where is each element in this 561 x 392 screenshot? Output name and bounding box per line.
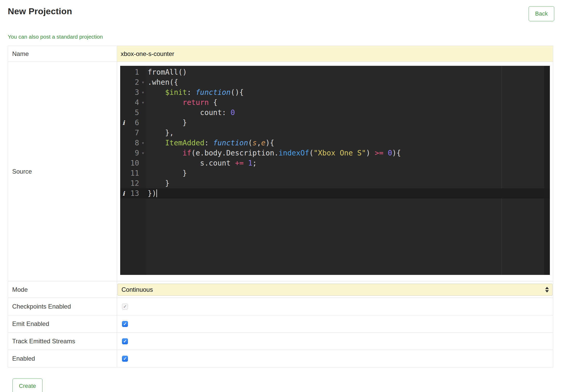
track-emitted-checkbox[interactable]: ✓ [122, 338, 128, 344]
code-line[interactable]: i13}) [120, 188, 550, 198]
line-gutter: 10 [120, 158, 146, 168]
code-text[interactable]: fromAll() [146, 67, 187, 77]
code-line[interactable]: 3▾ $init: function(){ [120, 87, 550, 97]
line-gutter: 9▾ [120, 148, 146, 158]
standard-projection-link[interactable]: You can also post a standard projection [8, 34, 103, 40]
line-number: 10 [127, 158, 140, 168]
line-gutter: i6 [120, 118, 146, 128]
code-line[interactable]: 9▾ if(e.body.Description.indexOf("Xbox O… [120, 148, 550, 158]
code-text[interactable]: } [146, 168, 187, 178]
fold-arrow-icon[interactable]: ▾ [140, 138, 146, 148]
enabled-label: Enabled [8, 350, 117, 367]
track-label: Track Emitted Streams [8, 333, 117, 350]
line-number: 8 [127, 138, 140, 148]
code-text[interactable]: } [146, 178, 169, 188]
line-gutter: 1 [120, 67, 146, 77]
line-number: 6 [127, 118, 140, 128]
name-label: Name [8, 46, 117, 62]
code-line[interactable]: 10 s.count += 1; [120, 158, 550, 168]
emit-label: Emit Enabled [8, 315, 117, 333]
line-gutter: 5 [120, 108, 146, 118]
text-cursor [156, 189, 157, 197]
line-gutter: i13 [120, 188, 146, 198]
back-button[interactable]: Back [529, 6, 554, 21]
code-line[interactable]: 12 } [120, 178, 550, 188]
line-number: 1 [127, 67, 140, 77]
code-text[interactable]: }) [146, 188, 157, 198]
track-row: Track Emitted Streams ✓ [8, 333, 553, 350]
line-number: 13 [127, 188, 140, 198]
source-label: Source [8, 62, 117, 281]
projection-form: Name Source 1fromAll()2▾.when({3▾ $init:… [8, 46, 553, 367]
code-text[interactable]: s.count += 1; [146, 158, 257, 168]
line-number: 9 [127, 148, 140, 158]
code-text[interactable]: $init: function(){ [146, 87, 244, 97]
select-arrows-icon [545, 287, 549, 293]
code-lines[interactable]: 1fromAll()2▾.when({3▾ $init: function(){… [120, 66, 550, 198]
code-text[interactable]: .when({ [146, 77, 178, 87]
line-number: 11 [127, 168, 140, 178]
line-gutter: 8▾ [120, 138, 146, 148]
enabled-row: Enabled ✓ [8, 350, 553, 367]
checkpoints-checkbox: ✓ [122, 304, 128, 310]
code-text[interactable]: } [146, 118, 187, 128]
line-number: 5 [127, 108, 140, 118]
create-button[interactable]: Create [12, 379, 42, 392]
code-line[interactable]: 2▾.when({ [120, 77, 550, 87]
line-number: 7 [127, 128, 140, 138]
code-line[interactable]: 11 } [120, 168, 550, 178]
line-gutter: 12 [120, 178, 146, 188]
checkpoints-row: Checkpoints Enabled ✓ [8, 298, 553, 315]
code-line[interactable]: 1fromAll() [120, 67, 550, 77]
source-row: Source 1fromAll()2▾.when({3▾ $init: func… [8, 62, 553, 281]
fold-arrow-icon[interactable]: ▾ [140, 87, 146, 97]
code-text[interactable]: if(e.body.Description.indexOf("Xbox One … [146, 148, 401, 158]
footer-actions: Create [12, 379, 553, 392]
emit-checkbox[interactable]: ✓ [122, 321, 128, 327]
lint-info-icon[interactable]: i [120, 188, 127, 198]
mode-select-value: Continuous [121, 286, 153, 293]
line-number: 2 [127, 77, 140, 87]
lint-info-icon[interactable]: i [120, 118, 127, 128]
line-gutter: 3▾ [120, 87, 146, 97]
code-editor[interactable]: 1fromAll()2▾.when({3▾ $init: function(){… [120, 66, 550, 275]
enabled-checkbox[interactable]: ✓ [122, 356, 128, 362]
new-projection-page: New Projection Back You can also post a … [0, 0, 561, 392]
line-number: 3 [127, 87, 140, 97]
line-gutter: 11 [120, 168, 146, 178]
code-line[interactable]: 8▾ ItemAdded: function(s,e){ [120, 138, 550, 148]
code-line[interactable]: 5 count: 0 [120, 108, 550, 118]
fold-arrow-icon[interactable]: ▾ [140, 97, 146, 108]
mode-row: Mode Continuous [8, 281, 553, 298]
mode-select[interactable]: Continuous [118, 284, 552, 296]
mode-label: Mode [8, 281, 117, 298]
code-text[interactable]: return { [146, 97, 218, 108]
line-number: 12 [127, 178, 140, 188]
name-input[interactable] [117, 46, 553, 62]
code-text[interactable]: }, [146, 128, 174, 138]
name-row: Name [8, 46, 553, 62]
line-number: 4 [127, 97, 140, 108]
emit-row: Emit Enabled ✓ [8, 315, 553, 333]
code-text[interactable]: ItemAdded: function(s,e){ [146, 138, 274, 148]
fold-arrow-icon[interactable]: ▾ [140, 148, 146, 158]
fold-arrow-icon[interactable]: ▾ [140, 77, 146, 87]
page-title: New Projection [8, 6, 72, 16]
page-header: New Projection Back [0, 0, 561, 21]
code-line[interactable]: i6 } [120, 118, 550, 128]
line-gutter: 2▾ [120, 77, 146, 87]
line-gutter: 4▾ [120, 97, 146, 108]
code-text[interactable]: count: 0 [146, 108, 235, 118]
checkpoints-label: Checkpoints Enabled [8, 298, 117, 315]
code-line[interactable]: 7 }, [120, 128, 550, 138]
code-line[interactable]: 4▾ return { [120, 97, 550, 108]
line-gutter: 7 [120, 128, 146, 138]
